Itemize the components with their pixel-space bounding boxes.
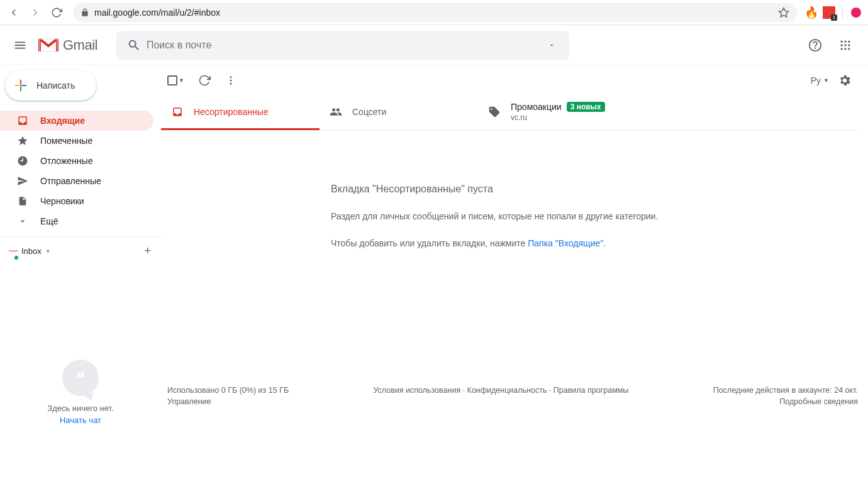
start-chat-link[interactable]: Начать чат [60, 415, 101, 425]
empty-action: Чтобы добавить или удалить вкладки, нажм… [331, 238, 677, 248]
svg-rect-13 [21, 85, 26, 86]
address-bar[interactable]: mail.google.com/mail/u/2/#inbox [73, 3, 797, 22]
svg-point-4 [844, 40, 846, 42]
extension-badge: 1 [831, 14, 837, 21]
support-button[interactable] [803, 33, 828, 58]
file-icon [16, 195, 29, 207]
category-tabs: Несортированные Соцсети Промоакции 3 нов… [161, 96, 858, 131]
tab-primary[interactable]: Несортированные [161, 96, 320, 130]
apps-grid-button[interactable] [833, 33, 858, 58]
tab-promotions[interactable]: Промоакции 3 новых vc.ru [478, 96, 637, 130]
hangouts-add-button[interactable]: + [144, 244, 151, 258]
chevron-down-icon: ▼ [179, 77, 184, 84]
lock-icon [81, 8, 89, 17]
settings-button[interactable] [838, 74, 852, 87]
search-box[interactable] [116, 31, 569, 60]
policies-link[interactable]: Правила программы [554, 386, 629, 395]
empty-title: Вкладка "Несортированные" пуста [331, 184, 677, 195]
footer-activity: Последние действия в аккаунте: 24 окт. П… [713, 386, 858, 406]
svg-rect-12 [20, 80, 21, 85]
terms-link[interactable]: Условия использования [373, 386, 460, 395]
footer-storage: Использовано 0 ГБ (0%) из 15 ГБ Управлен… [167, 386, 289, 406]
svg-point-6 [841, 44, 843, 46]
empty-action-suffix: . [603, 238, 606, 248]
language-label: Ру [811, 75, 821, 85]
search-input[interactable] [147, 40, 539, 51]
sidebar-item-inbox[interactable]: Входящие [0, 111, 153, 131]
hangouts-user-icon: 〰 [9, 246, 18, 256]
select-all-checkbox[interactable]: ▼ [167, 75, 184, 85]
nav-list: Входящие Помеченные Отложенные Отправлен… [0, 111, 161, 231]
sidebar-item-drafts[interactable]: Черновики [0, 191, 153, 211]
empty-state: Вкладка "Несортированные" пуста Раздел д… [161, 131, 677, 248]
activity-text: Последние действия в аккаунте: 24 окт. [713, 386, 858, 395]
hangouts-bubble-icon: ❝ [62, 360, 99, 396]
svg-point-5 [848, 40, 850, 42]
hangouts-empty-state: ❝ Здесь ничего нет. Начать чат [0, 260, 161, 494]
sidebar-item-label: Помеченные [40, 136, 92, 146]
content-area: Вкладка "Несортированные" пуста Раздел д… [161, 131, 858, 494]
new-badge: 3 новых [567, 102, 605, 112]
clock-icon [16, 155, 29, 167]
inbox-settings-link[interactable]: Папка "Входящие" [528, 238, 603, 248]
input-language-button[interactable]: Ру ▼ [811, 75, 829, 85]
gmail-logo-icon [38, 37, 59, 53]
svg-point-3 [841, 40, 843, 42]
sidebar-item-more[interactable]: Ещё [0, 211, 153, 231]
hangouts-user-selector[interactable]: 〰 Inbox ▼ [9, 246, 51, 256]
compose-plus-icon [14, 79, 28, 92]
sidebar-item-starred[interactable]: Помеченные [0, 131, 153, 151]
svg-point-18 [230, 83, 231, 85]
privacy-link[interactable]: Конфиденциальность [467, 386, 547, 395]
send-icon [16, 175, 29, 187]
sidebar-item-label: Черновики [40, 196, 84, 206]
divider [842, 6, 843, 19]
footer-legal: Условия использования · Конфиденциальнос… [373, 386, 628, 406]
svg-point-11 [848, 48, 850, 50]
refresh-button[interactable] [198, 74, 211, 87]
extension-red-icon[interactable]: 1 [822, 6, 836, 19]
inbox-icon [171, 106, 184, 118]
search-options-dropdown[interactable] [539, 33, 564, 58]
hangouts-section: 〰 Inbox ▼ + [0, 237, 161, 260]
more-button[interactable] [225, 74, 237, 87]
search-icon[interactable] [121, 33, 147, 58]
compose-button[interactable]: Написать [5, 70, 96, 101]
details-link[interactable]: Подробные сведения [713, 397, 858, 406]
sidebar-item-snoozed[interactable]: Отложенные [0, 151, 153, 171]
browser-reload-button[interactable] [48, 4, 65, 21]
tag-icon [488, 106, 501, 118]
bookmark-star-icon[interactable] [778, 7, 789, 18]
inbox-icon [16, 115, 29, 126]
svg-point-8 [848, 44, 850, 46]
browser-forward-button[interactable] [26, 4, 44, 21]
main-menu-button[interactable] [5, 30, 35, 60]
compose-label: Написать [36, 80, 75, 91]
hangouts-empty-text: Здесь ничего нет. [47, 403, 113, 413]
sidebar: Написать Входящие Помеченные Отложенные … [0, 65, 161, 494]
sidebar-item-label: Входящие [40, 116, 85, 126]
sidebar-item-sent[interactable]: Отправленные [0, 171, 153, 191]
main-panel: ▼ Ру ▼ Нес [161, 65, 868, 494]
app-header: Gmail [0, 25, 868, 65]
svg-point-9 [841, 48, 843, 50]
svg-marker-0 [779, 8, 789, 16]
toolbar: ▼ Ру ▼ [161, 65, 858, 96]
svg-rect-15 [15, 85, 20, 86]
svg-point-16 [230, 76, 231, 78]
tab-social[interactable]: Соцсети [320, 96, 478, 130]
chevron-down-icon [16, 216, 29, 226]
gmail-logo[interactable]: Gmail [38, 37, 97, 53]
svg-point-17 [230, 80, 231, 82]
url-text: mail.google.com/mail/u/2/#inbox [94, 8, 773, 18]
extension-flame-icon[interactable]: 🔥 [804, 6, 818, 19]
manage-storage-link[interactable]: Управление [167, 397, 289, 406]
svg-point-10 [844, 48, 846, 50]
chevron-down-icon: ▼ [823, 77, 829, 84]
hangouts-user-label: Inbox [21, 246, 42, 256]
svg-rect-14 [20, 86, 21, 91]
people-icon [330, 106, 342, 118]
profile-avatar[interactable] [849, 6, 863, 19]
browser-back-button[interactable] [5, 4, 23, 21]
storage-text: Использовано 0 ГБ (0%) из 15 ГБ [167, 386, 289, 395]
